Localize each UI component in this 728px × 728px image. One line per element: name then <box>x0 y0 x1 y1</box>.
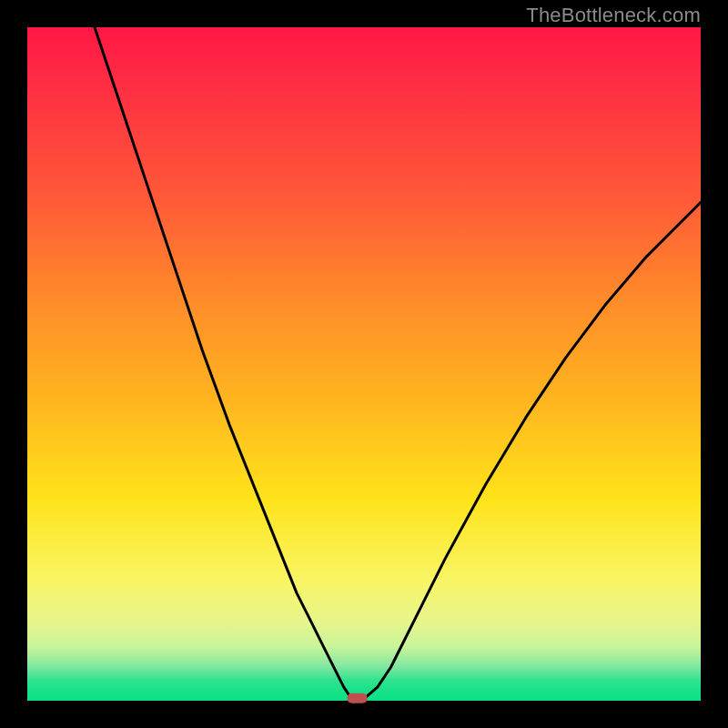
chart-frame: TheBottleneck.com <box>0 0 728 728</box>
plot-area <box>27 27 701 701</box>
watermark-text: TheBottleneck.com <box>526 4 701 27</box>
bottleneck-curve <box>95 27 701 699</box>
curve-svg <box>27 27 701 701</box>
min-marker <box>348 693 368 703</box>
